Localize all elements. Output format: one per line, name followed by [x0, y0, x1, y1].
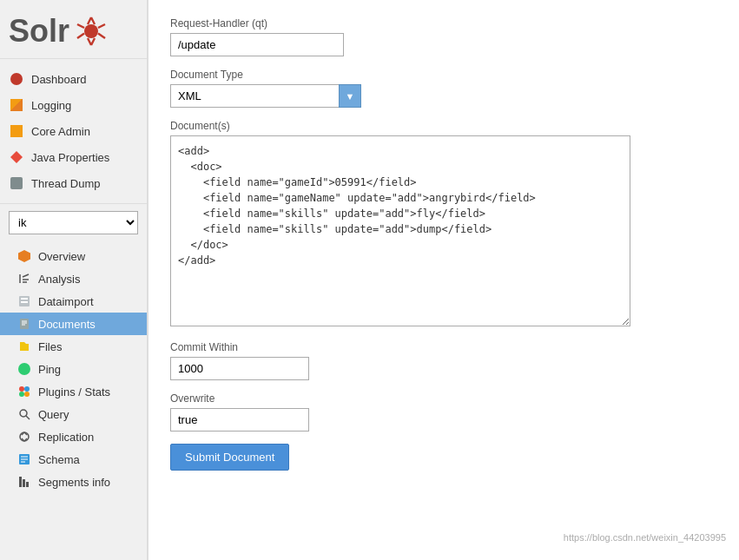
files-icon — [17, 339, 31, 353]
segments-icon — [17, 475, 31, 489]
sidebar-item-logging[interactable]: Logging — [0, 92, 147, 118]
sidebar-item-label: Overview — [38, 250, 85, 263]
dataimport-icon — [17, 294, 31, 308]
svg-point-20 — [19, 386, 24, 392]
sidebar-item-label: Logging — [31, 99, 71, 112]
sidebar-item-label: Core Admin — [31, 125, 90, 138]
sidebar-item-label: Query — [38, 408, 69, 421]
svg-point-24 — [20, 410, 27, 417]
svg-point-0 — [84, 24, 98, 38]
documents-icon — [17, 317, 31, 331]
dashboard-icon — [9, 71, 24, 87]
svg-line-6 — [91, 38, 95, 45]
coreadmin-icon — [9, 123, 24, 139]
analysis-icon — [17, 272, 31, 286]
sidebar-item-segments-info[interactable]: Segments info — [0, 471, 147, 493]
sidebar-item-core-admin[interactable]: Core Admin — [0, 118, 147, 144]
request-handler-input[interactable] — [170, 33, 344, 56]
sidebar-item-overview[interactable]: Overview — [0, 245, 147, 267]
sidebar-item-label: Thread Dump — [31, 177, 100, 190]
sidebar-item-label: Plugins / Stats — [38, 385, 110, 399]
sidebar-item-label: Documents — [38, 318, 96, 331]
document-type-group: Document Type XML JSON CSV Solr XML ▼ — [170, 69, 717, 108]
logging-icon — [9, 97, 24, 113]
sidebar-item-plugins-stats[interactable]: Plugins / Stats — [0, 380, 147, 403]
threaddump-icon — [9, 175, 24, 191]
svg-point-22 — [19, 392, 24, 397]
svg-rect-32 — [23, 479, 25, 487]
sidebar-item-ping[interactable]: Ping — [0, 358, 147, 380]
core-selector: ik — [9, 211, 138, 234]
plugins-icon — [17, 385, 31, 399]
submit-document-button[interactable]: Submit Document — [170, 444, 289, 471]
svg-point-23 — [24, 392, 30, 397]
svg-rect-15 — [21, 301, 28, 303]
solr-logo-icon — [74, 14, 109, 49]
logo-text: Solr — [9, 13, 69, 49]
commit-within-label: Commit Within — [170, 341, 717, 353]
query-icon — [17, 407, 31, 421]
sidebar-item-thread-dump[interactable]: Thread Dump — [0, 170, 147, 196]
sidebar-item-replication[interactable]: Replication — [0, 425, 147, 448]
submit-group: Submit Document — [170, 444, 717, 471]
logo-area: Solr — [0, 0, 147, 59]
sidebar-item-analysis[interactable]: Analysis — [0, 267, 147, 290]
ping-icon — [17, 362, 31, 376]
sidebar-item-label: Segments info — [38, 476, 110, 489]
svg-line-7 — [77, 33, 84, 38]
overwrite-input[interactable] — [170, 408, 309, 432]
document-type-select-container: XML JSON CSV Solr XML ▼ — [170, 84, 361, 108]
svg-line-2 — [91, 17, 95, 24]
content-inner: Request-Handler (qt) Document Type XML J… — [148, 0, 739, 500]
sidebar: Solr Dashboard — [0, 0, 148, 560]
svg-line-25 — [26, 416, 30, 419]
svg-rect-31 — [19, 477, 22, 487]
svg-line-10 — [23, 274, 29, 277]
sidebar-item-label: Dashboard — [31, 73, 87, 86]
documents-group: Document(s) <add> <doc> <field name="gam… — [170, 120, 717, 329]
documents-label: Document(s) — [170, 120, 717, 132]
sidebar-item-documents[interactable]: Documents — [0, 313, 147, 335]
document-type-wrapper: XML JSON CSV Solr XML ▼ — [170, 84, 717, 108]
svg-point-26 — [20, 432, 29, 441]
core-select-dropdown[interactable]: ik — [9, 211, 138, 234]
commit-within-input[interactable] — [170, 357, 309, 380]
sidebar-item-label: Analysis — [38, 273, 80, 286]
sidebar-item-java-properties[interactable]: Java Properties — [0, 144, 147, 170]
sidebar-item-schema[interactable]: Schema — [0, 448, 147, 471]
sidebar-item-dashboard[interactable]: Dashboard — [0, 66, 147, 92]
sidebar-item-label: Ping — [38, 363, 61, 376]
sidebar-item-label: Replication — [38, 431, 94, 444]
commit-within-group: Commit Within — [170, 341, 717, 380]
replication-icon — [17, 430, 31, 444]
sub-nav: Overview Analysis — [0, 241, 147, 497]
main-content: Request-Handler (qt) Document Type XML J… — [148, 0, 739, 560]
sidebar-item-label: Java Properties — [31, 151, 109, 164]
request-handler-group: Request-Handler (qt) — [170, 17, 717, 56]
svg-rect-14 — [21, 298, 28, 300]
svg-rect-33 — [26, 482, 29, 487]
document-type-label: Document Type — [170, 69, 717, 81]
svg-point-21 — [24, 386, 30, 392]
sidebar-item-files[interactable]: Files — [0, 335, 147, 358]
javaprops-icon — [9, 149, 24, 165]
main-nav: Dashboard Logging Core Admin Java Proper… — [0, 59, 147, 204]
sidebar-item-label: Files — [38, 340, 62, 353]
sidebar-item-label: Schema — [38, 453, 80, 466]
svg-line-3 — [98, 24, 105, 28]
sidebar-item-query[interactable]: Query — [0, 403, 147, 425]
overwrite-group: Overwrite — [170, 392, 717, 432]
document-type-select[interactable]: XML JSON CSV Solr XML — [170, 84, 361, 108]
svg-line-8 — [77, 24, 84, 28]
documents-textarea[interactable]: <add> <doc> <field name="gameId">05991</… — [170, 135, 630, 326]
request-handler-label: Request-Handler (qt) — [170, 17, 717, 30]
svg-rect-16 — [20, 319, 29, 329]
overview-icon — [17, 249, 31, 263]
sidebar-item-label: Dataimport — [38, 295, 94, 308]
sidebar-item-dataimport[interactable]: Dataimport — [0, 290, 147, 313]
overwrite-label: Overwrite — [170, 392, 717, 405]
svg-line-4 — [98, 33, 105, 38]
schema-icon — [17, 452, 31, 466]
